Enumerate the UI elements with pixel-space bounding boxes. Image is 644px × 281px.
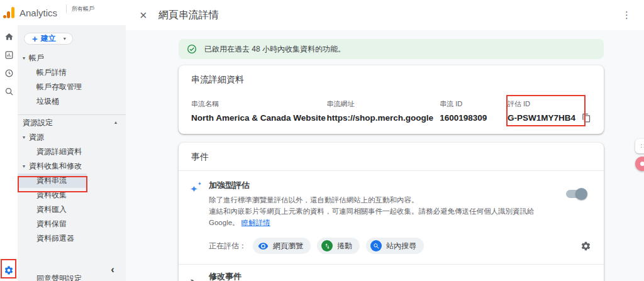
page-title: 網頁串流詳情 — [158, 9, 219, 22]
enhanced-measurement-description: 除了進行標準瀏覽量評估以外，還自動評估網站上的互動和內容。 連結和內嵌影片等網頁… — [209, 195, 556, 228]
sidebar-item-data-collection[interactable]: 資料收集 — [18, 188, 126, 202]
copy-icon[interactable] — [582, 113, 591, 123]
stream-details-card: 串流詳細資料 串流名稱 North America & Canada Websi… — [179, 65, 604, 134]
data-collection-banner: 已啟用在過去 48 小時內收集資料的功能。 — [179, 39, 604, 59]
sidebar-menu: ▾ 帳戶 帳戶詳情 帳戶存取管理 垃圾桶 資源設定 ▾ ▾ 資源 — [18, 51, 126, 281]
chip-scrolls[interactable]: 捲動 — [317, 238, 360, 254]
plus-icon: + — [32, 34, 38, 43]
chevron-up-icon[interactable]: ▾ — [114, 120, 117, 126]
sidebar-item-consent-settings[interactable]: 同意聲明設定 — [18, 272, 126, 281]
left-panel: Analytics 所有帳戶 — [0, 0, 126, 281]
chevron-right-icon[interactable]: › — [587, 277, 591, 281]
sidebar-item-property-details[interactable]: 資源詳細資料 — [18, 145, 126, 159]
enhanced-measurement-settings-gear-icon[interactable] — [580, 241, 591, 251]
enhanced-measurement-toggle[interactable] — [566, 190, 586, 198]
search-icon — [370, 240, 382, 251]
modify-events-row[interactable]: 修改事件 修改連入事件和參數。 瞭解詳情 › — [179, 264, 604, 281]
enhanced-measurement-section: ✦✦ 加強型評估 除了進行標準瀏覽量評估以外，還自動評估網站上的互動和內容。 連… — [179, 171, 604, 228]
check-circle-icon — [187, 44, 197, 54]
chip-page-views[interactable]: 網頁瀏覽 — [253, 238, 311, 254]
content-area: 已啟用在過去 48 小時內收集資料的功能。 串流詳細資料 串流名稱 North … — [126, 30, 644, 281]
sidebar-item-data-filters[interactable]: 資料篩選器 — [18, 231, 126, 246]
explore-icon[interactable] — [4, 68, 14, 78]
stream-details-title: 串流詳細資料 — [191, 74, 591, 85]
google-analytics-logo-icon — [3, 7, 14, 18]
reports-icon[interactable] — [4, 50, 14, 60]
sidebar-item-data-collection-group[interactable]: ▾ 資料收集和修改 — [18, 159, 126, 174]
sidebar-item-data-streams[interactable]: 資料串流 — [18, 174, 87, 188]
main-area: × 網頁串流詳情 ⋮ 已啟用在過去 48 小時內收集資料的功能。 串流詳細資料 … — [126, 0, 644, 281]
sidebar: + 建立 ▾ ▾ 帳戶 帳戶詳情 帳戶存取管理 垃圾桶 資源設定 ▾ — [18, 25, 126, 281]
sparkle-icon: ✦✦ — [189, 180, 209, 228]
learn-more-link[interactable]: 瞭解詳情 — [242, 219, 270, 226]
close-icon[interactable]: × — [140, 9, 147, 21]
brand-row: Analytics 所有帳戶 — [0, 0, 126, 25]
sidebar-item-account-details[interactable]: 帳戶詳情 — [18, 65, 126, 80]
chevron-down-icon: ▾ — [23, 55, 25, 61]
admin-gear-icon[interactable] — [4, 265, 14, 275]
measuring-row: 正在評估： 網頁瀏覽 捲動 — [179, 228, 604, 264]
banner-text: 已啟用在過去 48 小時內收集資料的功能。 — [204, 44, 345, 55]
enhanced-measurement-title: 加強型評估 — [209, 180, 556, 191]
scroll-icon — [321, 240, 333, 251]
measuring-label: 正在評估： — [209, 241, 247, 251]
account-switcher[interactable]: 所有帳戶 — [66, 4, 94, 13]
stream-id-field: 串流 ID 1600198309 — [440, 99, 508, 123]
chip-site-search[interactable]: 站內搜尋 — [366, 238, 424, 254]
sidebar-item-data-retention[interactable]: 資料保留 — [18, 217, 126, 231]
sidebar-item-data-import[interactable]: 資料匯入 — [18, 202, 126, 217]
chevron-down-icon[interactable]: ▾ — [64, 36, 66, 41]
property-settings-header[interactable]: 資源設定 ▾ — [18, 115, 126, 130]
floating-widget-grid-icon[interactable]: ∷ — [635, 139, 644, 153]
stream-details-header: × 網頁串流詳情 ⋮ — [126, 0, 644, 30]
home-icon[interactable] — [4, 31, 14, 41]
dot-icon — [640, 162, 644, 166]
advertising-icon[interactable] — [4, 86, 14, 96]
eye-icon — [257, 240, 269, 251]
chevron-down-icon: ▾ — [23, 163, 25, 169]
stream-name-field: 串流名稱 North America & Canada Website — [191, 99, 327, 123]
events-title: 事件 — [191, 152, 591, 163]
events-card: 事件 ✦✦ 加強型評估 除了進行標準瀏覽量評估以外，還自動評估網站上的互動和內容… — [179, 143, 604, 281]
measurement-id-field: 評估 ID G-PSW1MY7HB4 — [508, 99, 591, 123]
brand-name: Analytics — [19, 8, 57, 18]
sidebar-collapse-icon[interactable]: ‹ — [111, 263, 114, 276]
sidebar-item-account-access[interactable]: 帳戶存取管理 — [18, 80, 126, 94]
sidebar-item-account[interactable]: ▾ 帳戶 — [18, 51, 126, 65]
sidebar-item-property[interactable]: ▾ 資源 — [18, 130, 126, 145]
kebab-menu-icon[interactable]: ⋮ — [618, 7, 635, 23]
chevron-down-icon: ▾ — [23, 135, 25, 140]
sidebar-item-trash[interactable]: 垃圾桶 — [18, 94, 126, 109]
stream-url-field: 串流網址 https://shop.merch.google — [327, 99, 440, 123]
analytics-admin-app: Analytics 所有帳戶 — [0, 0, 644, 281]
nav-rail — [0, 25, 18, 281]
create-button[interactable]: + 建立 ▾ — [24, 33, 73, 45]
